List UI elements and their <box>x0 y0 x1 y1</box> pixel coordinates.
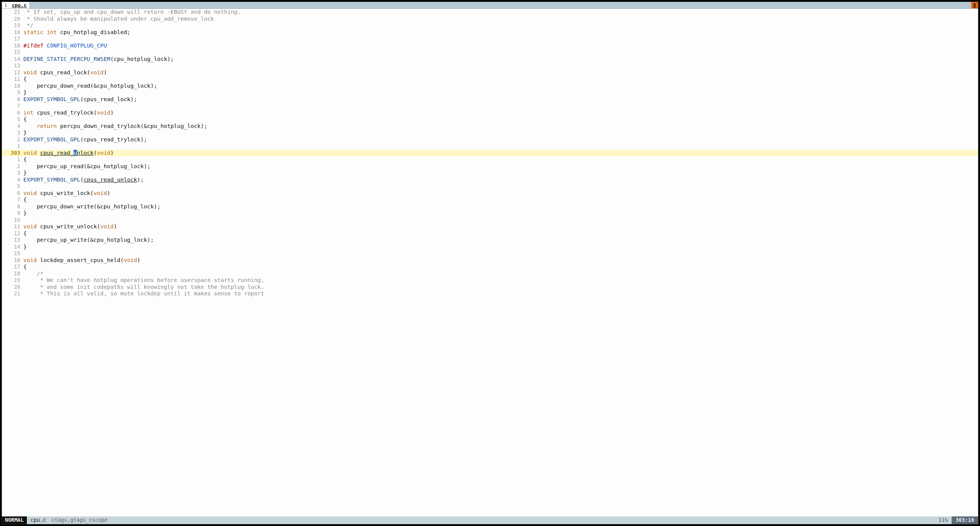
line-number: 18 <box>2 270 23 277</box>
line-number: 21 <box>2 9 23 16</box>
code-line[interactable]: 14} <box>2 244 978 251</box>
code-line-current[interactable]: 303void cpus_read_unlock(void) <box>2 150 978 157</box>
code-line[interactable]: 1 <box>2 143 978 150</box>
code-line[interactable]: 1{ <box>2 156 978 163</box>
code-content: percpu_down_read(&cpu_hotplug_lock); <box>23 83 978 90</box>
line-number: 4 <box>2 123 23 130</box>
code-line[interactable]: 2 percpu_up_read(&cpu_hotplug_lock); <box>2 163 978 170</box>
line-number: 303 <box>2 150 23 157</box>
code-line[interactable]: 13 <box>2 62 978 69</box>
code-line[interactable]: 16#ifdef CONFIG_HOTPLUG_CPU <box>2 43 978 49</box>
code-line[interactable]: 4EXPORT_SYMBOL_GPL(cpus_read_unlock); <box>2 177 978 184</box>
code-line[interactable]: 19 * We can't have hotplug operations be… <box>2 277 978 284</box>
code-content: * Should always be manipulated under cpu… <box>23 16 978 23</box>
code-line[interactable]: 18 /* <box>2 270 978 277</box>
code-line[interactable]: 18static int cpu_hotplug_disabled; <box>2 29 978 36</box>
line-number: 21 <box>2 290 23 297</box>
line-number: 16 <box>2 257 23 264</box>
line-number: 20 <box>2 284 23 291</box>
line-number: 19 <box>2 22 23 29</box>
code-line[interactable]: 6int cpus_read_trylock(void) <box>2 110 978 116</box>
code-line[interactable]: 5 <box>2 183 978 190</box>
code-content: * If set, cpu_up and cpu_down will retur… <box>23 9 978 16</box>
line-number: 6 <box>2 110 23 116</box>
code-line[interactable]: 11{ <box>2 76 978 83</box>
code-content <box>23 62 978 69</box>
code-line[interactable]: 7 <box>2 103 978 110</box>
code-content: percpu_down_write(&cpu_hotplug_lock); <box>23 203 978 210</box>
code-line[interactable]: 10 <box>2 217 978 224</box>
code-line[interactable]: 17 <box>2 36 978 43</box>
line-number: 2 <box>2 136 23 143</box>
code-line[interactable]: 5{ <box>2 116 978 123</box>
status-position: 303:16 <box>952 516 978 524</box>
code-line[interactable]: 4 return percpu_down_read_trylock(&cpu_h… <box>2 123 978 130</box>
line-number: 7 <box>2 103 23 110</box>
code-content: static int cpu_hotplug_disabled; <box>23 29 978 36</box>
code-content: void cpus_read_unlock(void) <box>23 150 978 157</box>
line-number: 11 <box>2 223 23 230</box>
code-content: percpu_up_read(&cpu_hotplug_lock); <box>23 163 978 170</box>
code-line[interactable]: 9} <box>2 210 978 217</box>
code-line[interactable]: 14DEFINE_STATIC_PERCPU_RWSEM(cpu_hotplug… <box>2 56 978 63</box>
code-line[interactable]: 7{ <box>2 197 978 203</box>
code-line[interactable]: 8EXPORT_SYMBOL_GPL(cpus_read_lock); <box>2 96 978 103</box>
code-line[interactable]: 20 * Should always be manipulated under … <box>2 16 978 23</box>
code-content: EXPORT_SYMBOL_GPL(cpus_read_unlock); <box>23 177 978 184</box>
line-number: 9 <box>2 89 23 96</box>
code-line[interactable]: 6void cpus_write_lock(void) <box>2 190 978 197</box>
code-line[interactable]: 13 percpu_up_write(&cpu_hotplug_lock); <box>2 237 978 244</box>
code-line[interactable]: 17{ <box>2 264 978 270</box>
line-number: 19 <box>2 277 23 284</box>
tab-bar: 1 cpu.c X <box>2 2 978 9</box>
code-line[interactable]: 20 * and some init codepaths will knowin… <box>2 284 978 291</box>
code-line[interactable]: 10 percpu_down_read(&cpu_hotplug_lock); <box>2 83 978 90</box>
line-number: 12 <box>2 69 23 76</box>
code-line[interactable]: 3} <box>2 170 978 177</box>
code-content: } <box>23 129 978 136</box>
tab-filename: cpu.c <box>12 2 27 9</box>
code-line[interactable]: 19 */ <box>2 22 978 29</box>
code-content: } <box>23 210 978 217</box>
editor-window: 1 cpu.c X 21 * If set, cpu_up and cpu_do… <box>2 2 978 524</box>
code-content: void lockdep_assert_cpus_held(void) <box>23 257 978 264</box>
tab-close-button[interactable]: X <box>971 2 978 8</box>
code-line[interactable]: 21 * If set, cpu_up and cpu_down will re… <box>2 9 978 16</box>
code-content: DEFINE_STATIC_PERCPU_RWSEM(cpu_hotplug_l… <box>23 56 978 63</box>
line-number: 14 <box>2 244 23 251</box>
line-number: 8 <box>2 96 23 103</box>
code-content <box>23 36 978 43</box>
code-line[interactable]: 2EXPORT_SYMBOL_GPL(cpus_read_trylock); <box>2 136 978 143</box>
status-percent: 11% <box>935 516 952 524</box>
line-number: 7 <box>2 197 23 203</box>
code-line[interactable]: 12{ <box>2 230 978 237</box>
code-editor[interactable]: 21 * If set, cpu_up and cpu_down will re… <box>2 9 978 516</box>
code-content: * and some init codepaths will knowingly… <box>23 284 978 291</box>
line-number: 18 <box>2 29 23 36</box>
code-line[interactable]: 3} <box>2 129 978 136</box>
code-content <box>23 250 978 257</box>
line-number: 1 <box>2 143 23 150</box>
code-line[interactable]: 21 * This is all valid, so mute lockdep … <box>2 290 978 297</box>
code-content: void cpus_write_lock(void) <box>23 190 978 197</box>
code-content: } <box>23 170 978 177</box>
tab-index: 1 <box>4 2 7 9</box>
code-content: * This is all valid, so mute lockdep unt… <box>23 290 978 297</box>
code-content <box>23 143 978 150</box>
line-number: 3 <box>2 170 23 177</box>
code-content: */ <box>23 22 978 29</box>
tab-cpu-c[interactable]: 1 cpu.c <box>2 2 29 8</box>
code-content: * We can't have hotplug operations befor… <box>23 277 978 284</box>
line-number: 15 <box>2 250 23 257</box>
code-line[interactable]: 11void cpus_write_unlock(void) <box>2 223 978 230</box>
code-line[interactable]: 15 <box>2 49 978 56</box>
code-line[interactable]: 12void cpus_read_lock(void) <box>2 69 978 76</box>
code-content <box>23 103 978 110</box>
code-line[interactable]: 8 percpu_down_write(&cpu_hotplug_lock); <box>2 203 978 210</box>
code-line[interactable]: 15 <box>2 250 978 257</box>
code-content: { <box>23 197 978 203</box>
code-content: { <box>23 156 978 163</box>
code-content: { <box>23 76 978 83</box>
code-line[interactable]: 16void lockdep_assert_cpus_held(void) <box>2 257 978 264</box>
code-line[interactable]: 9} <box>2 89 978 96</box>
